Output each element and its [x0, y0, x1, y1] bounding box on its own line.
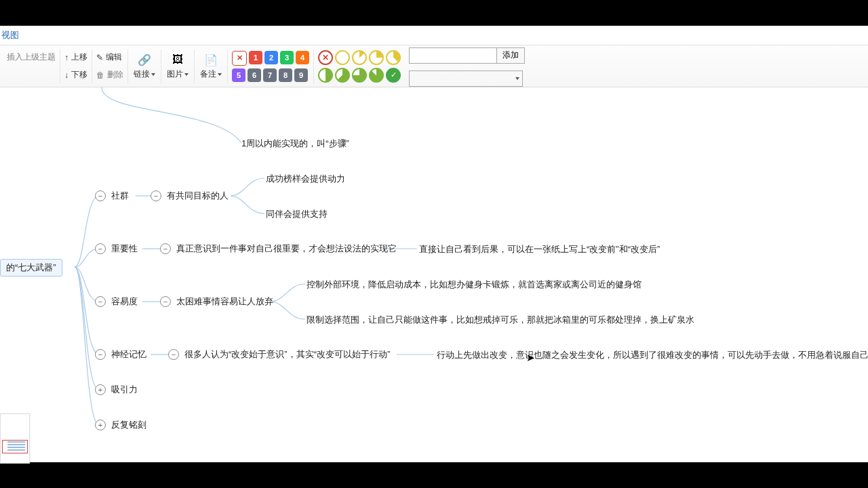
priority-5-button[interactable]: 5 — [232, 68, 245, 82]
priority-2-button[interactable]: 2 — [264, 51, 278, 64]
trash-icon: 🗑 — [96, 70, 104, 80]
expand-icon[interactable]: + — [95, 420, 106, 430]
collapse-icon[interactable]: − — [95, 190, 106, 201]
minimap[interactable] — [0, 413, 30, 464]
mindmap-leaf[interactable]: 同伴会提供支持 — [266, 208, 328, 220]
letterbox-bottom — [0, 462, 868, 488]
mindmap-canvas[interactable]: 的“七大武器” 1周以内能实现的，叫“步骤” − 社群 − 有共同目标的人 成功… — [0, 87, 868, 464]
move-down-button[interactable]: ↓下移 — [64, 68, 87, 82]
chevron-down-icon — [218, 73, 222, 76]
node-label: 重要性 — [111, 243, 138, 255]
priority-1-button[interactable]: 1 — [249, 51, 262, 64]
mindmap-leaf[interactable]: 成功榜样会提供动力 — [266, 173, 345, 185]
node-label: 容易度 — [111, 296, 138, 308]
edit-button[interactable]: ✎编辑 — [96, 51, 123, 64]
expand-icon[interactable]: + — [95, 384, 106, 395]
mindmap-leaf[interactable]: 直接让自己看到后果，可以在一张纸上写上“改变前”和“改变后” — [419, 243, 660, 256]
priority-3-button[interactable]: 3 — [280, 51, 294, 64]
node-label: 社群 — [111, 190, 129, 202]
image-dropdown[interactable]: 🖼 图片 — [161, 49, 195, 83]
priority-7-button[interactable]: 7 — [263, 68, 277, 82]
mindmap-leaf[interactable]: 限制选择范围，让自己只能做这件事，比如想戒掉可乐，那就把冰箱里的可乐都处理掉，换… — [307, 314, 694, 326]
priority-9-button[interactable]: 9 — [294, 68, 308, 82]
progress-37-button[interactable] — [386, 50, 401, 65]
collapse-icon[interactable]: − — [168, 349, 179, 360]
chevron-down-icon — [184, 73, 189, 76]
move-up-button[interactable]: ↑上移 — [64, 51, 87, 64]
node-label: 很多人认为“改变始于意识”，其实“改变可以始于行动” — [184, 348, 390, 361]
mindmap-leaf[interactable]: 行动上先做出改变，意识也随之会发生变化，所以遇到了很难改变的事情，可以先动手去做… — [437, 349, 868, 361]
arrow-up-icon: ↑ — [64, 53, 68, 62]
node-label: 反复铭刻 — [111, 419, 146, 431]
collapse-icon[interactable]: − — [95, 349, 106, 360]
delete-button[interactable]: 🗑删除 — [96, 68, 123, 82]
collapse-icon[interactable]: − — [151, 190, 161, 201]
tag-add-box: 添加 — [409, 47, 525, 64]
mindmap-node-community-child[interactable]: − 有共同目标的人 — [151, 190, 229, 202]
priority-6-button[interactable]: 6 — [248, 68, 261, 82]
pencil-icon: ✎ — [96, 53, 103, 62]
progress-row-bottom: ✓ — [318, 68, 401, 83]
progress-row-top: ✕ — [318, 50, 401, 65]
collapse-icon[interactable]: − — [95, 243, 106, 254]
mindmap-root-node[interactable]: 的“七大武器” — [0, 259, 62, 277]
note-dropdown[interactable]: 📄 备注 — [195, 49, 228, 83]
mindmap-leaf[interactable]: 1周以内能实现的，叫“步骤” — [241, 138, 349, 150]
minimap-viewport[interactable] — [2, 440, 28, 453]
progress-0-button[interactable] — [335, 50, 350, 65]
progress-50-button[interactable] — [318, 68, 333, 83]
chevron-down-icon — [151, 73, 155, 76]
cut-placeholder — [7, 68, 56, 82]
node-label: 真正意识到一件事对自己很重要，才会想法设法的实现它 — [176, 243, 397, 255]
tab-bar: 视图 — [0, 26, 868, 45]
tag-combo[interactable] — [409, 70, 523, 87]
image-icon: 🖼 — [170, 52, 185, 67]
tag-add-button[interactable]: 添加 — [496, 48, 524, 63]
link-icon: 🔗 — [137, 52, 152, 67]
toolbar: 插入上级主题 ↑上移 ↓下移 ✎编辑 🗑删除 🔗 链接 🖼 图片 📄 备注 ✕ … — [0, 45, 868, 87]
node-label: 的“七大武器” — [6, 262, 56, 274]
mindmap-node-importance-child[interactable]: − 真正意识到一件事对自己很重要，才会想法设法的实现它 — [160, 243, 397, 255]
priority-row-bottom: 5 6 7 8 9 — [232, 68, 309, 82]
tag-input[interactable] — [410, 49, 496, 62]
tab-view[interactable]: 视图 — [1, 29, 19, 41]
node-label: 太困难事情容易让人放弃 — [176, 296, 273, 308]
progress-62-button[interactable] — [335, 68, 350, 83]
priority-8-button[interactable]: 8 — [279, 68, 292, 82]
mindmap-node-community[interactable]: − 社群 — [95, 190, 129, 202]
mindmap-node-ease-child[interactable]: − 太困难事情容易让人放弃 — [160, 296, 273, 308]
link-dropdown[interactable]: 🔗 链接 — [128, 49, 161, 83]
letterbox-top — [0, 0, 868, 26]
mindmap-node-attraction[interactable]: + 吸引力 — [95, 384, 138, 396]
node-label: 吸引力 — [111, 384, 138, 396]
chevron-down-icon — [515, 77, 519, 80]
progress-75-button[interactable] — [352, 68, 367, 83]
mindmap-node-neural[interactable]: − 神经记忆 — [95, 348, 146, 361]
mindmap-node-repeat[interactable]: + 反复铭刻 — [95, 419, 146, 431]
mindmap-leaf[interactable]: 控制外部环境，降低启动成本，比如想办健身卡锻炼，就首选离家或离公司近的健身馆 — [307, 279, 642, 291]
progress-12-button[interactable] — [352, 50, 367, 65]
node-label: 有共同目标的人 — [167, 190, 229, 202]
collapse-icon[interactable]: − — [95, 296, 106, 307]
progress-100-button[interactable]: ✓ — [386, 68, 401, 83]
mindmap-node-neural-child[interactable]: − 很多人认为“改变始于意识”，其实“改变可以始于行动” — [168, 348, 390, 361]
collapse-icon[interactable]: − — [160, 296, 171, 307]
arrow-down-icon: ↓ — [64, 70, 68, 80]
priority-clear-button[interactable]: ✕ — [232, 51, 247, 66]
node-label: 神经记忆 — [111, 348, 146, 361]
collapse-icon[interactable]: − — [160, 243, 171, 254]
mindmap-node-importance[interactable]: − 重要性 — [95, 243, 138, 255]
mindmap-node-ease[interactable]: − 容易度 — [95, 296, 138, 308]
priority-4-button[interactable]: 4 — [296, 51, 309, 64]
progress-25-button[interactable] — [369, 50, 384, 65]
connectors — [0, 87, 868, 464]
progress-87-button[interactable] — [369, 68, 384, 83]
insert-parent-topic-button[interactable]: 插入上级主题 — [7, 51, 56, 64]
priority-row-top: ✕ 1 2 3 4 — [232, 51, 309, 66]
note-icon: 📄 — [203, 52, 218, 67]
progress-clear-button[interactable]: ✕ — [318, 50, 333, 65]
